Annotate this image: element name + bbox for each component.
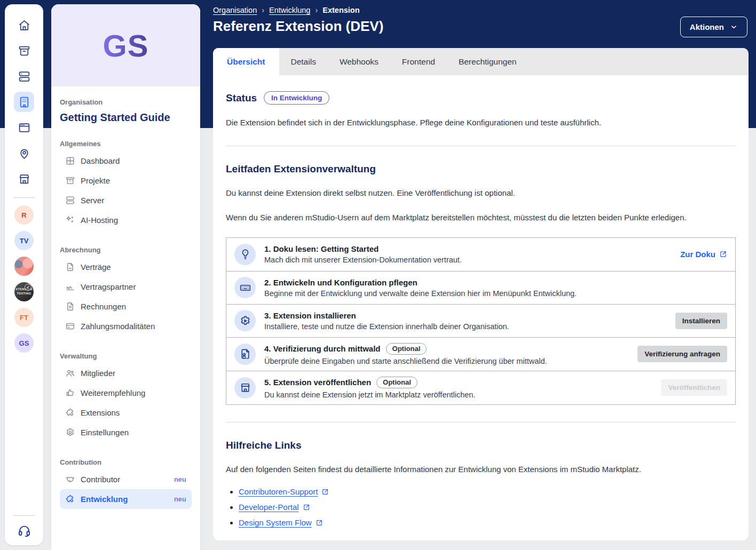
sidebar-item-projekte[interactable]: Projekte bbox=[60, 171, 192, 190]
sidebar-item-label: Verträge bbox=[81, 262, 111, 272]
sidebar-item-label: Rechnungen bbox=[81, 302, 126, 311]
step-title: 1. Doku lesen: Getting Started bbox=[264, 244, 462, 253]
chevron-right-icon: › bbox=[262, 6, 264, 14]
guide-step-list: 1. Doku lesen: Getting Started Mach dich… bbox=[226, 237, 736, 405]
archive-box-icon bbox=[65, 176, 75, 186]
sidebar-item-label: Projekte bbox=[81, 176, 110, 185]
guide-step: 3. Extension installieren Installiere, t… bbox=[226, 304, 735, 337]
rail-bottom bbox=[13, 512, 35, 538]
support-headset-icon[interactable] bbox=[17, 523, 32, 538]
home-icon[interactable] bbox=[14, 15, 34, 35]
design-system-flow-link[interactable]: Design System Flow bbox=[239, 518, 323, 527]
sidebar-item-extensions[interactable]: Extensions bbox=[60, 403, 192, 423]
verification-document-icon bbox=[234, 344, 256, 365]
new-badge: neu bbox=[174, 495, 186, 503]
verifizierung-anfragen-button[interactable]: Verifizierung anfragen bbox=[637, 346, 727, 362]
sidebar-item-label: Entwicklung bbox=[81, 495, 128, 504]
guide-heading: Leitfaden Extensionverwaltung bbox=[226, 163, 736, 175]
chevron-down-icon bbox=[730, 23, 738, 31]
sidebar-item-label: Dashboard bbox=[81, 156, 120, 165]
sidebar-item-label: Zahlungsmodalitäten bbox=[81, 322, 155, 331]
organisation-building-icon[interactable] bbox=[14, 92, 34, 112]
developer-portal-link[interactable]: Developer-Portal bbox=[239, 503, 310, 512]
main-area: Organisation › Entwicklung › Extension R… bbox=[213, 0, 749, 550]
server-icon[interactable] bbox=[14, 66, 34, 86]
sidebar-item-label: Mitglieder bbox=[81, 369, 115, 378]
sidebar-item-vertraege[interactable]: Verträge bbox=[60, 257, 192, 277]
helpful-links-list: Contributoren-Support Developer-Portal D… bbox=[226, 487, 736, 527]
chevron-right-icon: › bbox=[315, 6, 318, 14]
installieren-button[interactable]: Installieren bbox=[675, 313, 727, 329]
avatar[interactable]: FT bbox=[14, 308, 34, 327]
organisation-logo[interactable]: GS bbox=[51, 4, 200, 86]
nav-section-label: Abrechnung bbox=[60, 246, 192, 254]
breadcrumb-link-organisation[interactable]: Organisation bbox=[213, 6, 257, 14]
optional-badge: Optional bbox=[386, 343, 427, 355]
sidebar-item-entwicklung[interactable]: Entwicklung neu bbox=[60, 489, 192, 509]
breadcrumb-link-entwicklung[interactable]: Entwicklung bbox=[269, 6, 310, 14]
organisation-sidebar: GS Organisation Getting Started Guide Al… bbox=[51, 4, 200, 550]
projects-box-icon[interactable] bbox=[14, 41, 34, 61]
sidebar-item-label: Contributor bbox=[81, 475, 120, 484]
context-label: Organisation bbox=[60, 98, 192, 106]
nav-section-label: Contribution bbox=[60, 458, 192, 466]
sidebar-item-mitglieder[interactable]: Mitglieder bbox=[60, 363, 192, 383]
sidebar-item-label: Vertragspartner bbox=[81, 282, 136, 291]
actions-button[interactable]: Aktionen bbox=[680, 17, 747, 37]
sidebar-item-vertragspartner[interactable]: Vertragspartner bbox=[60, 277, 192, 297]
invoice-document-icon bbox=[65, 301, 75, 312]
organisation-name: Getting Started Guide bbox=[60, 111, 192, 124]
tab-frontend[interactable]: Frontend bbox=[390, 48, 447, 75]
sidebar-item-einstellungen[interactable]: Einstellungen bbox=[60, 423, 192, 442]
avatar[interactable]: R bbox=[14, 205, 34, 225]
section-divider bbox=[226, 422, 736, 423]
handshake-icon bbox=[65, 474, 75, 484]
marketplace-store-icon[interactable] bbox=[14, 169, 34, 189]
nav-section-label: Verwaltung bbox=[60, 352, 192, 360]
guide-intro-1: Du kannst deine Extension direkt selbst … bbox=[226, 187, 722, 199]
guide-step: 1. Doku lesen: Getting Started Mach dich… bbox=[226, 238, 735, 271]
check-icon: ✓ bbox=[25, 284, 32, 291]
avatar[interactable]: XTENSION TESTING ✓ bbox=[14, 282, 34, 301]
list-item: Design System Flow bbox=[239, 518, 736, 527]
step-title: 3. Extension installieren bbox=[264, 311, 509, 320]
links-heading: Hilfreiche Links bbox=[226, 440, 736, 451]
avatar[interactable]: GS bbox=[14, 333, 34, 353]
guide-step: 4. Verifizierung durch mittwald Optional… bbox=[226, 337, 735, 371]
tab-details[interactable]: Details bbox=[279, 48, 328, 75]
credit-card-icon bbox=[65, 321, 75, 331]
sparkles-icon bbox=[65, 215, 75, 225]
avatar[interactable] bbox=[14, 257, 34, 276]
tab-berechtigungen[interactable]: Berechtigungen bbox=[447, 48, 529, 75]
step-description: Mach dich mit unserer Extension-Dokument… bbox=[264, 256, 462, 264]
tab-uebersicht[interactable]: Übersicht bbox=[213, 48, 279, 75]
avatar-initials: R bbox=[21, 211, 26, 219]
external-link-icon bbox=[303, 504, 310, 511]
sidebar-item-weiterempfehlung[interactable]: Weiterempfehlung bbox=[60, 383, 192, 403]
breadcrumb: Organisation › Entwicklung › Extension bbox=[213, 0, 749, 14]
app-window-icon[interactable] bbox=[14, 117, 34, 138]
sidebar-item-rechnungen[interactable]: Rechnungen bbox=[60, 297, 192, 316]
sidebar-item-ai-hosting[interactable]: AI-Hosting bbox=[60, 210, 192, 230]
organisation-logo-text: GS bbox=[103, 28, 149, 63]
sidebar-item-contributor[interactable]: Contributor neu bbox=[60, 469, 192, 489]
list-item: Developer-Portal bbox=[239, 503, 736, 512]
tab-webhooks[interactable]: Webhooks bbox=[328, 48, 390, 75]
avatar[interactable]: TV bbox=[14, 231, 34, 250]
sidebar-item-dashboard[interactable]: Dashboard bbox=[60, 151, 192, 171]
step-title: 2. Entwickeln und Konfiguration pflegen bbox=[264, 278, 577, 287]
sidebar-item-label: Einstellungen bbox=[81, 428, 129, 437]
zur-doku-link[interactable]: Zur Doku bbox=[680, 250, 727, 259]
location-pin-icon[interactable] bbox=[14, 143, 34, 163]
sidebar-item-zahlungsmodalitaeten[interactable]: Zahlungsmodalitäten bbox=[60, 316, 192, 336]
sidebar-item-server[interactable]: Server bbox=[60, 190, 192, 210]
link-label: Developer-Portal bbox=[239, 503, 299, 512]
step-link-label: Zur Doku bbox=[680, 250, 715, 259]
puzzle-icon bbox=[65, 408, 75, 418]
veroeffentlichen-button[interactable]: Veröffentlichen bbox=[661, 379, 727, 396]
overview-panel: Status In Entwicklung Die Extension befi… bbox=[213, 75, 749, 540]
external-link-icon bbox=[321, 488, 329, 496]
thumb-up-icon bbox=[65, 388, 75, 398]
contributoren-support-link[interactable]: Contributoren-Support bbox=[239, 487, 329, 496]
server-icon bbox=[65, 195, 75, 205]
